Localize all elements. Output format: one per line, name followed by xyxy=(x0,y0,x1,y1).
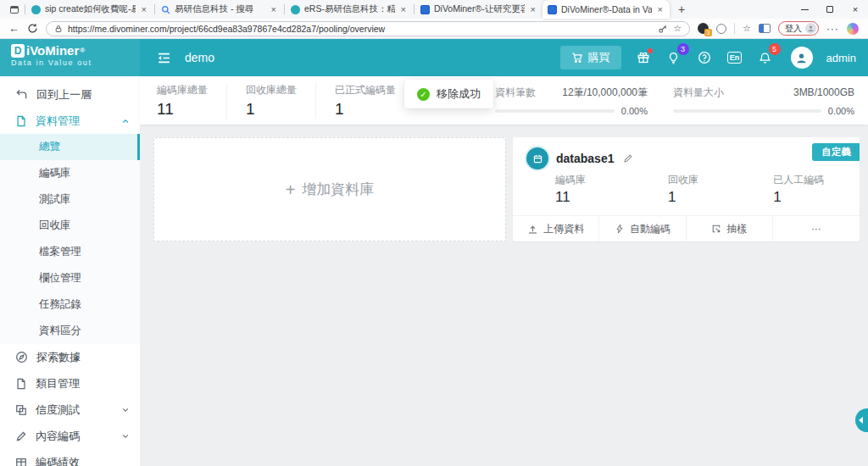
sidebar-item-back-to-parent[interactable]: 回到上一層 xyxy=(0,81,140,108)
bell-icon xyxy=(759,52,771,64)
toast-message: 移除成功 xyxy=(437,86,481,102)
browser-tab-2[interactable]: 易研信息科技 - 搜尋 × xyxy=(156,0,283,19)
logo-d-icon: D xyxy=(11,44,25,58)
new-tab-button[interactable]: + xyxy=(670,3,693,16)
quota-value: 12筆/10,000,000筆 xyxy=(562,86,648,100)
add-database-label: 增加資料庫 xyxy=(302,180,374,199)
key-icon[interactable] xyxy=(658,24,668,34)
data-management-submenu: 總覽 編碼庫 測試庫 回收庫 檔案管理 欄位管理 任務記錄 資料區分 xyxy=(0,134,140,344)
quota-label: 資料筆數 xyxy=(495,86,562,100)
lock-icon xyxy=(54,25,63,33)
gift-dot-badge xyxy=(648,48,653,53)
divominer-favicon xyxy=(420,5,430,14)
database-avatar xyxy=(526,147,548,169)
sidebar-item-reliability-test[interactable]: 信度測試 xyxy=(0,397,140,423)
database-card[interactable]: 自定義 database1 編碼庫 11 xyxy=(513,137,860,241)
buy-button[interactable]: 購買 xyxy=(560,46,621,69)
card-stat-value: 1 xyxy=(773,189,846,206)
favorites-bar-icon[interactable]: ☆ xyxy=(743,24,751,33)
window-minimize-button[interactable] xyxy=(792,0,817,19)
document-icon xyxy=(15,115,27,127)
tab-close-icon[interactable]: × xyxy=(140,4,148,14)
sidebar-item-field-management[interactable]: 欄位管理 xyxy=(0,265,140,291)
tips-button[interactable]: 3 xyxy=(665,49,682,66)
action-label: ··· xyxy=(811,223,821,235)
plus-icon: + xyxy=(286,181,296,198)
tab-close-icon[interactable]: × xyxy=(656,4,665,14)
sampling-button[interactable]: 抽樣 xyxy=(687,216,773,241)
sidebar-item-content-coding[interactable]: 內容編碼 xyxy=(0,423,140,449)
refresh-icon[interactable] xyxy=(27,23,38,34)
extension-badge: 3 xyxy=(704,29,712,36)
window-close-button[interactable]: × xyxy=(843,0,868,19)
success-check-icon: ✓ xyxy=(417,88,430,101)
tab-close-icon[interactable]: × xyxy=(270,4,278,14)
sidebar-item-explore-data[interactable]: 探索數據 xyxy=(0,344,140,370)
browser-tab-3[interactable]: eRS-易研信息科技：精準數據·A × xyxy=(286,0,413,19)
app-logo[interactable]: D iVoMiner ® Data in Value out xyxy=(0,39,140,76)
favorite-star-icon[interactable]: ☆ xyxy=(673,24,682,33)
help-button[interactable] xyxy=(696,49,713,66)
sidebar: 回到上一層 資料管理 總覽 編碼庫 測試庫 回收庫 檔案管理 欄位管理 任務記錄… xyxy=(0,76,140,466)
tab-title: sip create如何收費呢-易研信息 xyxy=(45,3,136,15)
sidebar-item-coding-database[interactable]: 編碼庫 xyxy=(0,160,140,186)
progress-percent: 0.00% xyxy=(621,106,648,116)
browser-tab-5-active[interactable]: DiVoMiner®-Data in Value out × xyxy=(542,0,670,19)
tab-close-icon[interactable]: × xyxy=(529,4,537,14)
copilot-icon[interactable] xyxy=(847,23,859,35)
ers-favicon xyxy=(31,5,41,14)
sidebar-item-file-management[interactable]: 檔案管理 xyxy=(0,239,140,265)
browser-tab-1[interactable]: sip create如何收費呢-易研信息 × xyxy=(26,0,153,19)
sidebar-item-test-database[interactable]: 測試庫 xyxy=(0,186,140,213)
add-database-card[interactable]: + 增加資料庫 xyxy=(153,137,506,241)
sidebar-item-label: 測試庫 xyxy=(39,192,71,207)
logo-text: iVoMiner xyxy=(26,43,79,58)
address-url-field[interactable]: https://me.divominer.com/project/66cd9ea… xyxy=(46,21,690,36)
edit-name-icon[interactable] xyxy=(623,153,633,164)
overlapping-squares-icon xyxy=(15,404,27,416)
edge-sidebar-icon[interactable] xyxy=(759,24,771,33)
card-stat-label: 回收庫 xyxy=(668,173,773,187)
card-stat-recycle-db: 回收庫 1 xyxy=(668,173,773,215)
auto-coding-button[interactable]: 自動編碼 xyxy=(599,216,686,241)
chevron-up-icon xyxy=(121,117,130,125)
compass-icon xyxy=(15,351,28,363)
app-header: D iVoMiner ® Data in Value out demo 購買 3 xyxy=(0,39,868,76)
stat-formally-coded: 已正式編碼量 1 xyxy=(335,83,415,119)
back-icon[interactable]: ← xyxy=(8,22,19,35)
sidebar-item-data-partition[interactable]: 資料區分 xyxy=(0,318,140,344)
language-button[interactable]: En xyxy=(726,49,743,66)
lightbulb-icon xyxy=(667,52,680,64)
browser-tab-4[interactable]: DiVoMiner®-让研究更容易 × xyxy=(415,0,542,19)
sidebar-item-category-management[interactable]: 類目管理 xyxy=(0,370,140,397)
sidebar-item-task-record[interactable]: 任務記錄 xyxy=(0,291,140,318)
sidebar-item-label: 任務記錄 xyxy=(39,297,81,312)
sidebar-item-label: 資料區分 xyxy=(39,324,81,338)
tab-actions-button[interactable] xyxy=(5,6,24,14)
more-actions-button[interactable]: ··· xyxy=(773,216,860,241)
user-avatar[interactable] xyxy=(791,47,813,69)
extension-icon[interactable]: 3 xyxy=(698,23,709,34)
maximize-icon xyxy=(826,6,833,13)
chevron-down-icon xyxy=(121,406,130,414)
sidebar-item-coding-performance[interactable]: 編碼績效 xyxy=(0,449,140,466)
upload-data-button[interactable]: 上傳資料 xyxy=(513,216,599,241)
tab-separator xyxy=(154,4,155,14)
sidebar-item-overview[interactable]: 總覽 xyxy=(0,134,140,160)
window-maximize-button[interactable] xyxy=(817,0,843,19)
browser-settings-icon[interactable]: ··· xyxy=(826,23,839,35)
sidebar-item-recycle-database[interactable]: 回收庫 xyxy=(0,213,140,239)
tab-actions-icon xyxy=(10,6,19,14)
tab-close-icon[interactable]: × xyxy=(399,4,408,14)
stat-recycle-db-total: 回收庫總量 1 xyxy=(246,83,316,119)
sign-in-button[interactable]: 登入 xyxy=(778,21,819,36)
sidebar-item-data-management[interactable]: 資料管理 xyxy=(0,108,140,134)
menu-fold-icon[interactable] xyxy=(157,51,171,65)
stat-label: 回收庫總量 xyxy=(246,83,297,97)
notifications-button[interactable]: 5 xyxy=(757,49,774,66)
extension-ring-icon[interactable] xyxy=(716,24,726,34)
browser-address-bar-row: ← https://me.divominer.com/project/66cd9… xyxy=(0,19,868,39)
gift-button[interactable] xyxy=(635,49,652,66)
card-stat-value: 1 xyxy=(668,189,773,206)
quota-value: 3MB/1000GB xyxy=(793,86,854,98)
